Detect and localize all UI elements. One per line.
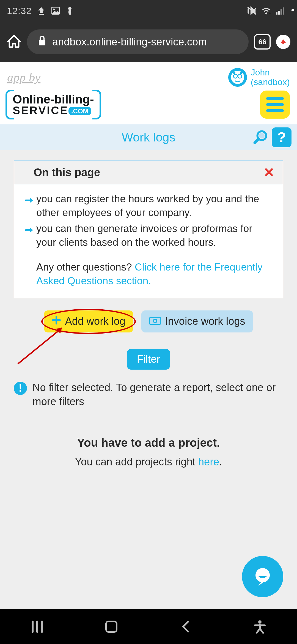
help-label: ?	[277, 129, 286, 146]
logo-com-pill: .com	[68, 107, 91, 115]
arrow-right-icon	[25, 223, 34, 249]
avatar-icon	[228, 68, 247, 87]
invoice-work-logs-button[interactable]: Invoice work logs	[141, 310, 253, 332]
close-icon[interactable]: ✕	[263, 165, 274, 180]
search-icon[interactable]	[253, 129, 268, 146]
info-bullet-1-text: you can register the hours worked by you…	[36, 192, 272, 220]
plus-icon	[52, 315, 61, 327]
status-left: 12:32	[7, 6, 75, 16]
nav-recents-button[interactable]	[29, 619, 45, 634]
signal-icon	[276, 6, 285, 15]
svg-rect-23	[150, 318, 161, 324]
nav-back-button[interactable]	[178, 619, 193, 634]
add-project-link[interactable]: here	[198, 456, 219, 468]
empty-state-heading: You have to add a project.	[14, 436, 283, 449]
android-status-bar: 12:32 +	[0, 0, 297, 21]
logo-line-1: Online-billing-	[13, 94, 94, 105]
filter-label: Filter	[137, 353, 160, 365]
svg-text:+: +	[269, 11, 271, 15]
browser-toolbar: andbox.online-billing-service.com 66	[0, 21, 297, 62]
nav-home-button[interactable]	[104, 619, 119, 634]
svg-point-14	[233, 72, 235, 74]
svg-rect-8	[283, 7, 284, 15]
update-indicator-icon[interactable]	[276, 35, 290, 49]
svg-rect-6	[278, 11, 280, 15]
svg-point-26	[255, 568, 270, 582]
svg-rect-5	[276, 12, 277, 15]
browser-home-icon[interactable]	[7, 34, 21, 50]
faq-line: Any other questions? Click here for the …	[25, 260, 272, 288]
cash-icon	[149, 315, 161, 327]
arrow-right-icon	[25, 194, 34, 220]
faq-prefix: Any other questions?	[36, 261, 135, 273]
svg-rect-9	[39, 40, 45, 45]
svg-point-15	[240, 72, 242, 74]
add-work-log-button[interactable]: Add work log	[44, 310, 133, 332]
page-content: app by John (sandbox) Online-billing- SE…	[0, 62, 297, 479]
info-card-header: On this page ✕	[14, 161, 283, 184]
page-title-bar: Work logs ?	[0, 124, 297, 150]
wifi-icon: +	[262, 6, 271, 15]
info-bullet-2-text: you can then generate invoices or profor…	[36, 222, 272, 249]
info-bullet-1: you can register the hours worked by you…	[25, 192, 272, 220]
android-nav-bar	[0, 609, 297, 644]
svg-line-31	[260, 629, 263, 633]
svg-point-2	[68, 7, 72, 10]
svg-point-24	[153, 319, 157, 323]
chat-icon	[252, 566, 273, 587]
info-card: On this page ✕ you can register the hour…	[14, 160, 283, 298]
site-logo[interactable]: Online-billing- SERVICE.com	[7, 90, 100, 119]
roller-icon	[65, 6, 75, 15]
url-bar[interactable]: andbox.online-billing-service.com	[27, 29, 249, 54]
no-filter-alert: ! No filter selected. To generate a repo…	[14, 381, 283, 409]
logo-line-2: SERVICE.com	[13, 105, 94, 116]
user-text: John (sandbox)	[251, 68, 290, 87]
clock: 12:32	[7, 6, 32, 16]
sub-suffix: .	[219, 456, 222, 468]
tab-count-button[interactable]: 66	[254, 34, 271, 50]
empty-state: You have to add a project. You can add p…	[14, 436, 283, 468]
svg-point-1	[53, 9, 55, 10]
sub-prefix: You can add projects right	[75, 456, 198, 468]
tab-count-value: 66	[258, 38, 266, 46]
alert-text: No filter selected. To generate a report…	[32, 381, 283, 409]
url-text: andbox.online-billing-service.com	[52, 36, 207, 48]
help-button[interactable]: ?	[272, 127, 292, 147]
empty-state-sub: You can add projects right here.	[14, 456, 283, 468]
svg-point-27	[258, 620, 262, 624]
info-bullet-2: you can then generate invoices or profor…	[25, 222, 272, 249]
app-by-label: app by	[7, 70, 40, 84]
svg-line-18	[255, 139, 258, 143]
menu-button[interactable]	[260, 91, 290, 119]
add-work-log-label: Add work log	[65, 315, 125, 327]
svg-rect-7	[280, 9, 282, 15]
info-card-title: On this page	[34, 166, 100, 179]
upload-icon	[37, 6, 46, 15]
filter-button[interactable]: Filter	[127, 349, 170, 370]
nav-accessibility-button[interactable]	[252, 619, 268, 634]
lock-icon	[38, 36, 46, 48]
svg-point-17	[259, 133, 265, 138]
vibrate-icon	[247, 6, 257, 15]
alert-icon: !	[14, 382, 27, 395]
invoice-work-logs-label: Invoice work logs	[165, 315, 245, 327]
status-right: +	[247, 6, 290, 15]
user-name: John	[251, 68, 290, 77]
image-icon	[51, 6, 60, 15]
chat-fab[interactable]	[242, 556, 283, 597]
page-title: Work logs	[122, 130, 175, 144]
user-env: (sandbox)	[251, 77, 290, 87]
user-block[interactable]: John (sandbox)	[228, 68, 290, 87]
